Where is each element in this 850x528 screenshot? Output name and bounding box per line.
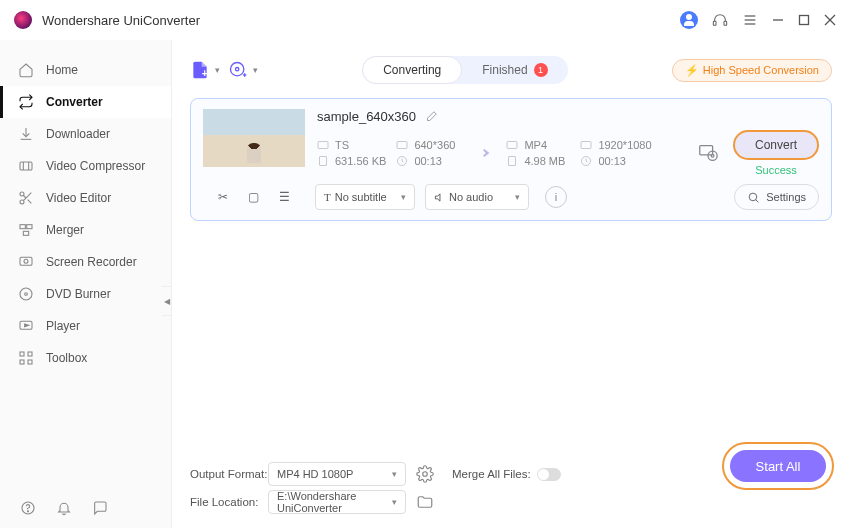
sidebar-item-recorder[interactable]: Screen Recorder	[0, 246, 171, 278]
svg-rect-19	[23, 231, 28, 235]
notification-bell-icon[interactable]	[56, 500, 72, 516]
svg-rect-43	[581, 142, 591, 149]
trim-icon[interactable]: ✂	[218, 190, 228, 204]
add-dvd-button[interactable]: ▾	[228, 60, 258, 80]
sidebar-item-home[interactable]: Home	[0, 54, 171, 86]
high-speed-button[interactable]: ⚡ High Speed Conversion	[672, 59, 832, 82]
dst-size: 4.98 MB	[506, 155, 570, 167]
tab-converting[interactable]: Converting	[362, 56, 462, 84]
output-settings-icon[interactable]	[416, 465, 434, 483]
info-icon[interactable]: i	[545, 186, 567, 208]
sidebar-item-label: Home	[46, 63, 78, 77]
scissors-icon	[18, 190, 34, 206]
add-file-button[interactable]: + ▾	[190, 60, 220, 80]
file-card: sample_640x360 TS 631.56 KB 640*360 00:1…	[190, 98, 832, 221]
finished-count-badge: 1	[534, 63, 548, 77]
start-all-button[interactable]: Start All	[730, 450, 826, 482]
download-icon	[18, 126, 34, 142]
sidebar-item-editor[interactable]: Video Editor	[0, 182, 171, 214]
output-preset-icon[interactable]	[697, 142, 719, 164]
svg-rect-38	[320, 157, 327, 166]
svg-rect-29	[28, 360, 32, 364]
arrow-right-icon	[470, 142, 496, 164]
output-format-label: Output Format:	[190, 468, 268, 480]
svg-point-31	[27, 511, 28, 512]
file-location-label: File Location:	[190, 496, 268, 508]
svg-rect-41	[507, 142, 517, 149]
compressor-icon	[18, 158, 34, 174]
dst-duration: 00:13	[580, 155, 651, 167]
merge-label: Merge All Files:	[452, 468, 531, 480]
disc-icon	[18, 286, 34, 302]
sidebar-item-merger[interactable]: Merger	[0, 214, 171, 246]
svg-rect-0	[713, 21, 716, 25]
svg-point-33	[231, 63, 244, 76]
sidebar-item-converter[interactable]: Converter	[0, 86, 171, 118]
sidebar: Home Converter Downloader Video Compress…	[0, 40, 172, 528]
svg-rect-9	[20, 162, 32, 170]
sidebar-item-label: Player	[46, 319, 80, 333]
svg-marker-48	[435, 193, 440, 200]
video-thumbnail	[203, 109, 305, 167]
sidebar-item-label: Toolbox	[46, 351, 87, 365]
chevron-down-icon: ▾	[253, 65, 258, 75]
sidebar-item-label: Downloader	[46, 127, 110, 141]
close-icon[interactable]	[824, 14, 836, 26]
output-format-select[interactable]: MP4 HD 1080P▾	[268, 462, 406, 486]
edit-icon[interactable]	[424, 110, 438, 124]
crop-icon[interactable]: ▢	[248, 190, 259, 204]
status-text: Success	[755, 164, 797, 176]
file-name: sample_640x360	[317, 109, 416, 124]
svg-marker-25	[25, 324, 29, 327]
sidebar-item-label: DVD Burner	[46, 287, 111, 301]
svg-rect-20	[20, 257, 32, 265]
menu-icon[interactable]	[742, 12, 758, 28]
sidebar-item-label: Video Compressor	[46, 159, 145, 173]
audio-select[interactable]: No audio ▾	[425, 184, 529, 210]
svg-point-47	[711, 154, 714, 157]
home-icon	[18, 62, 34, 78]
svg-line-16	[23, 195, 26, 198]
svg-text:+: +	[202, 68, 208, 79]
sidebar-item-label: Screen Recorder	[46, 255, 137, 269]
tab-finished[interactable]: Finished 1	[462, 56, 567, 84]
svg-point-21	[24, 259, 28, 263]
bolt-icon: ⚡	[685, 64, 699, 77]
support-headset-icon[interactable]	[712, 12, 728, 28]
status-tabs: Converting Finished 1	[362, 56, 567, 84]
svg-rect-45	[700, 146, 713, 155]
subtitle-select[interactable]: TNo subtitle ▾	[315, 184, 415, 210]
sidebar-item-label: Merger	[46, 223, 84, 237]
sidebar-item-dvd[interactable]: DVD Burner	[0, 278, 171, 310]
svg-rect-6	[800, 16, 809, 25]
help-icon[interactable]	[20, 500, 36, 516]
sidebar-item-player[interactable]: Player	[0, 310, 171, 342]
minimize-icon[interactable]	[772, 14, 784, 26]
file-settings-button[interactable]: Settings	[734, 184, 819, 210]
file-location-select[interactable]: E:\Wondershare UniConverter▾	[268, 490, 406, 514]
svg-point-51	[423, 472, 428, 477]
svg-point-13	[20, 200, 24, 204]
svg-rect-17	[20, 225, 25, 229]
recorder-icon	[18, 254, 34, 270]
open-folder-icon[interactable]	[416, 493, 434, 511]
collapse-sidebar-button[interactable]: ◀	[162, 286, 172, 316]
maximize-icon[interactable]	[798, 14, 810, 26]
merge-toggle[interactable]	[537, 468, 561, 481]
svg-line-15	[28, 200, 32, 204]
player-icon	[18, 318, 34, 334]
sidebar-item-toolbox[interactable]: Toolbox	[0, 342, 171, 374]
sidebar-item-label: Converter	[46, 95, 103, 109]
svg-point-34	[236, 68, 239, 71]
feedback-icon[interactable]	[92, 500, 108, 516]
sidebar-item-compressor[interactable]: Video Compressor	[0, 150, 171, 182]
chevron-down-icon: ▾	[215, 65, 220, 75]
convert-button[interactable]: Convert	[733, 130, 819, 160]
sidebar-item-downloader[interactable]: Downloader	[0, 118, 171, 150]
svg-rect-26	[20, 352, 24, 356]
more-icon[interactable]: ☰	[279, 190, 290, 204]
account-avatar-icon[interactable]	[680, 11, 698, 29]
src-format: TS	[317, 139, 386, 151]
svg-point-49	[749, 193, 757, 201]
toolbar: + ▾ ▾ Converting Finished 1 ⚡ High Spee	[190, 50, 832, 90]
